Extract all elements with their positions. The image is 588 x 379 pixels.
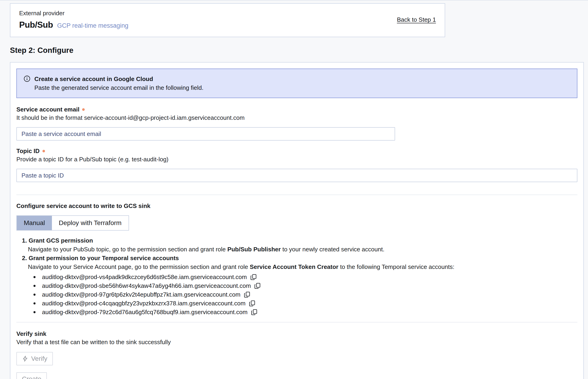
verify-sink-helper: Verify that a test file can be written t…: [16, 339, 577, 346]
topic-id-field-group: Topic ID Provide a topic ID for a Pub/Su…: [16, 147, 577, 182]
service-account-email: auditlog-dktxv@prod-vs4padk9dkczcey6d6st…: [42, 273, 247, 281]
service-account-email: auditlog-dktxv@prod-c4cqaqgbfzy23vpzkbxz…: [42, 300, 246, 307]
service-account-email-input[interactable]: [16, 127, 395, 141]
bullet: [33, 302, 35, 304]
create-button[interactable]: Create: [16, 372, 47, 379]
step-body: Navigate to your Service Account page, g…: [28, 263, 577, 270]
required-indicator: [43, 150, 45, 152]
provider-card: External provider Pub/Sub GCP real-time …: [10, 3, 445, 37]
service-account-email: auditlog-dktxv@prod-79z2c6d76au6g5fcq768…: [42, 309, 248, 316]
divider: [16, 322, 577, 322]
bullet: [33, 276, 35, 278]
copy-icon[interactable]: [251, 309, 258, 316]
configure-card: Create a service account in Google Cloud…: [10, 62, 584, 379]
service-account-email-helper: It should be in the format service-accou…: [16, 114, 577, 121]
page-title: Step 2: Configure: [10, 46, 588, 55]
info-alert-title: Create a service account in Google Cloud: [34, 75, 203, 83]
back-to-step-1-link[interactable]: Back to Step 1: [397, 16, 436, 23]
service-account-email-label: Service account email: [16, 106, 79, 113]
copy-icon[interactable]: [250, 274, 257, 281]
copy-icon[interactable]: [249, 300, 255, 307]
lightning-icon: [22, 355, 28, 362]
verify-button[interactable]: Verify: [16, 352, 53, 365]
step-number: 1.: [22, 237, 27, 244]
step-title-grant-gcs-permission: Grant GCS permission: [29, 237, 93, 244]
copy-icon[interactable]: [254, 283, 261, 289]
service-account-row: auditlog-dktxv@prod-79z2c6d76au6g5fcq768…: [28, 309, 577, 316]
provider-name: Pub/Sub: [19, 20, 53, 30]
info-alert-body: Paste the generated service account emai…: [34, 83, 203, 92]
info-icon: [23, 75, 31, 84]
provider-info: External provider Pub/Sub GCP real-time …: [19, 10, 128, 30]
verify-button-label: Verify: [31, 355, 47, 362]
tab-manual[interactable]: Manual: [17, 216, 52, 230]
service-account-row: auditlog-dktxv@prod-vs4padk9dkczcey6d6st…: [28, 273, 577, 281]
bullet: [33, 294, 35, 296]
provider-description: GCP real-time messaging: [57, 22, 128, 29]
service-account-email: auditlog-dktxv@prod-97gr6tp6zkv2t4epubff…: [42, 291, 240, 298]
topic-id-label: Topic ID: [16, 147, 40, 154]
service-account-email-field-group: Service account email It should be in th…: [16, 106, 577, 141]
step-title-grant-temporal-permission: Grant permission to your Temporal servic…: [29, 254, 179, 262]
step-number: 2.: [22, 254, 27, 262]
copy-icon[interactable]: [244, 291, 250, 298]
topic-id-input[interactable]: [16, 169, 577, 182]
service-account-row: auditlog-dktxv@prod-c4cqaqgbfzy23vpzkbxz…: [28, 300, 577, 307]
step-body: Navigate to your PubSub topic, go to the…: [28, 246, 577, 253]
topic-id-helper: Provide a topic ID for a Pub/Sub topic (…: [16, 156, 577, 163]
bullet: [33, 311, 35, 313]
sink-method-tabs: Manual Deploy with Terraform: [16, 215, 129, 231]
provider-card-label: External provider: [19, 10, 128, 17]
divider: [16, 195, 577, 195]
info-alert: Create a service account in Google Cloud…: [16, 69, 577, 98]
bullet: [33, 285, 35, 287]
service-account-list: auditlog-dktxv@prod-vs4padk9dkczcey6d6st…: [28, 273, 577, 316]
service-account-row: auditlog-dktxv@prod-97gr6tp6zkv2t4epubff…: [28, 291, 577, 298]
required-indicator: [82, 108, 85, 111]
create-button-label: Create: [22, 375, 41, 379]
verify-sink-title: Verify sink: [16, 330, 577, 337]
service-account-email: auditlog-dktxv@prod-sbe56h6wr4sykaw47a6y…: [42, 282, 251, 289]
manual-steps: 1. Grant GCS permission Navigate to your…: [16, 237, 577, 316]
tab-deploy-with-terraform[interactable]: Deploy with Terraform: [52, 216, 128, 230]
sink-section-title: Configure service account to write to GC…: [16, 203, 577, 209]
service-account-row: auditlog-dktxv@prod-sbe56h6wr4sykaw47a6y…: [28, 282, 577, 289]
